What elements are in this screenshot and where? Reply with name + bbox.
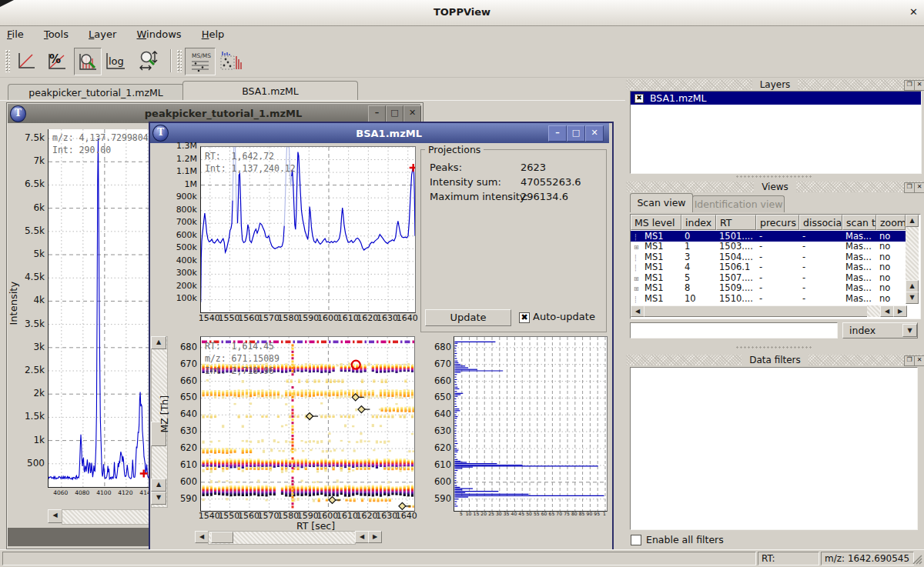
column-header-ms-level[interactable]: MS level (631, 215, 681, 230)
layers-float-icon[interactable]: ❐ (904, 80, 915, 91)
tick-label: 4060 (49, 489, 72, 496)
scan-table-header[interactable]: MS levelindexRTprecursdissociascan tyzoo… (631, 215, 906, 230)
table-cell: 3 (681, 252, 716, 262)
tab-bsa1[interactable]: BSA1.mzML (182, 81, 358, 101)
window2-minimize-button[interactable]: – (548, 125, 567, 142)
auto-update-label: Auto-update (533, 311, 595, 322)
auto-update-checkbox[interactable]: ✖ (519, 312, 530, 323)
expand-icon[interactable]: ⊞ (634, 275, 644, 282)
update-button[interactable]: Update (425, 309, 511, 326)
tab-identification-view[interactable]: Identification view (692, 195, 785, 212)
window2-maximize-button[interactable]: □ (567, 125, 585, 142)
scan-table-hscroll-left2-button[interactable]: ◀ (880, 305, 894, 317)
expand-icon[interactable]: ⊞ (634, 244, 644, 251)
reset-zoom-icon[interactable] (13, 48, 39, 74)
heatmap-overlay-rt: RT: 1,614.45 (205, 341, 274, 352)
menu-layer[interactable]: Layer (82, 25, 126, 43)
heatmap-hscroll-thumb[interactable] (211, 532, 233, 543)
msms-glyph: MS/MS (192, 52, 211, 59)
table-cell: - (756, 272, 799, 283)
column-header-dissocia[interactable]: dissocia (799, 215, 842, 230)
scan-table-hscroll-thumb[interactable] (644, 305, 869, 317)
scan-table-vscroll-up2-button[interactable]: ▲ (906, 280, 919, 292)
filters-close-icon[interactable]: ✕ (914, 355, 924, 366)
heatmap-hscroll-right-button[interactable]: ▶ (368, 531, 382, 543)
scan-table-body[interactable]: ┊MS101501....--Mas...no⊞MS111503....--Ma… (631, 231, 906, 304)
dock-splitter-1[interactable] (735, 175, 812, 178)
layers-list[interactable]: ✖ BSA1.mzML (630, 91, 922, 174)
tab-peakpicker[interactable]: peakpicker_tutorial_1.mzML (8, 84, 184, 101)
dot-plot-icon[interactable] (217, 48, 243, 74)
layer-item-bsa1[interactable]: ✖ BSA1.mzML (631, 92, 921, 105)
scan-table-vscroll-down-button[interactable]: ▼ (906, 292, 919, 304)
tick-label: 660 (425, 375, 451, 386)
heatmap-hscroll-left-button[interactable]: ◀ (195, 531, 209, 543)
table-cell: 1510.... (716, 293, 756, 304)
layers-dock-header[interactable]: Layers (626, 79, 924, 90)
tick-label: 670 (425, 359, 451, 369)
menu-tools[interactable]: Tools (37, 25, 79, 43)
tick-label: 1.5k (17, 411, 45, 422)
zoom-spectrum-icon[interactable] (74, 48, 102, 75)
window1-maximize-button[interactable]: □ (386, 105, 403, 122)
window-peakpicker-titlebar[interactable]: T peakpicker_tutorial_1.mzML (8, 104, 420, 123)
heatmap-vscroll-down-button[interactable]: ▼ (151, 492, 166, 505)
zoom-1d-icon[interactable] (136, 48, 162, 74)
table-row[interactable]: ⊞MS151507....--Mas...no (631, 272, 906, 283)
table-row[interactable]: ┊MS131504....--Mas...no (631, 252, 906, 262)
scan-table-hscroll-right-button[interactable]: ▶ (893, 305, 907, 317)
intensity-percentage-icon[interactable]: % (44, 48, 70, 74)
table-row[interactable]: ⊞MS111503....--Mas...no (631, 242, 906, 252)
table-row[interactable]: ┊MS1101510....--Mas...no (631, 293, 906, 304)
log-intensity-icon[interactable]: log (102, 48, 129, 74)
views-float-icon[interactable]: ❐ (904, 182, 915, 193)
window2-close-button[interactable]: ✕ (585, 125, 604, 142)
window1-minimize-button[interactable]: – (368, 105, 386, 122)
toolbar-drag-handle-2[interactable] (176, 49, 182, 72)
status-rt-panel: RT: (758, 552, 819, 565)
table-cell: 1504.... (716, 252, 756, 262)
menu-windows[interactable]: Windows (130, 25, 192, 43)
filters-float-icon[interactable]: ❐ (904, 355, 915, 366)
toolbar-drag-handle[interactable] (5, 49, 10, 72)
column-header-index[interactable]: index (681, 215, 716, 230)
heatmap-vscroll-up2-button[interactable]: ▲ (151, 479, 166, 492)
data-filters-list[interactable] (630, 367, 918, 530)
column-header-scan-ty[interactable]: scan ty (842, 215, 876, 230)
views-dock-header[interactable]: Views (626, 182, 924, 192)
resize-grip-icon[interactable] (912, 554, 922, 565)
layers-close-icon[interactable]: ✕ (914, 80, 924, 91)
column-header-zoom[interactable]: zoom (876, 215, 906, 230)
scan-table-hscroll-left-button[interactable]: ◀ (631, 305, 644, 317)
menu-file[interactable]: File (0, 25, 34, 43)
column-header-rt[interactable]: RT (716, 215, 756, 230)
tab-scan-view[interactable]: Scan view (630, 193, 693, 212)
window1-close-button[interactable]: ✕ (403, 105, 421, 122)
table-row[interactable]: ┊MS141506.1--Mas...no (631, 262, 906, 273)
scan-table-vscroll-up-button[interactable]: ▲ (906, 215, 919, 227)
heatmap-hscroll-left2-button[interactable]: ◀ (355, 531, 369, 543)
views-close-icon[interactable]: ✕ (914, 182, 924, 193)
app-close-button[interactable]: ✕ (906, 5, 921, 20)
scan-search-input[interactable] (630, 322, 838, 339)
menu-help[interactable]: Help (195, 25, 235, 43)
window-bsa1-titlebar[interactable]: T BSA1.mzML (150, 123, 609, 143)
heatmap-vscroll-up-button[interactable]: ▲ (151, 336, 166, 349)
scan-filter-combo[interactable]: index ▼ (842, 322, 918, 339)
column-header-precurs[interactable]: precurs (756, 215, 799, 230)
mz-projection-canvas[interactable] (454, 336, 608, 512)
expand-icon[interactable]: ⊞ (634, 285, 644, 292)
tick-label: 4120 (114, 489, 137, 496)
tick-label: 610 (425, 459, 451, 470)
combo-dropdown-icon[interactable]: ▼ (902, 324, 917, 337)
filters-dock-header[interactable]: Data filters (626, 355, 924, 365)
table-cell: 1507.... (716, 272, 756, 283)
window1-hscroll-left-button[interactable]: ◀ (48, 509, 62, 523)
dock-splitter-2[interactable] (735, 345, 812, 349)
table-row[interactable]: ⊞MS181509....--Mas...no (631, 283, 906, 294)
enable-all-filters-checkbox[interactable] (631, 535, 641, 545)
msms-view-icon[interactable]: MS/MS (185, 48, 216, 75)
table-row[interactable]: ┊MS101501....--Mas...no (631, 231, 906, 242)
table-cell: 1501.... (716, 231, 756, 242)
layer-visibility-checkbox[interactable]: ✖ (634, 94, 644, 103)
